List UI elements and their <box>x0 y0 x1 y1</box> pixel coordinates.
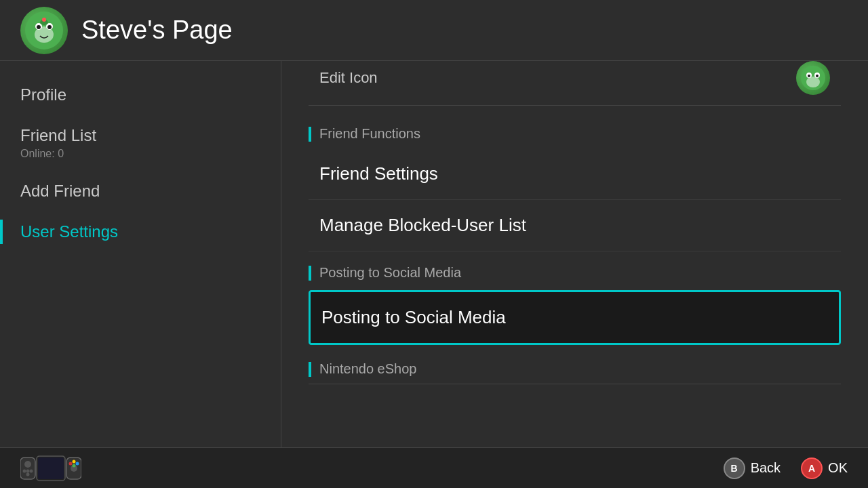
header: Steve's Page <box>0 0 868 61</box>
sidebar-item-user-settings[interactable]: User Settings <box>0 211 281 252</box>
svg-rect-21 <box>38 458 64 479</box>
sidebar-sub-label: Online: 0 <box>20 148 260 160</box>
edit-icon-label: Edit Icon <box>319 69 378 87</box>
page-title: Steve's Page <box>81 16 233 45</box>
sidebar-item-add-friend[interactable]: Add Friend <box>0 171 281 211</box>
sidebar-label: Add Friend <box>20 182 260 201</box>
ok-button[interactable]: A OK <box>801 458 848 479</box>
svg-point-4 <box>37 25 41 29</box>
sidebar-item-profile[interactable]: Profile <box>0 75 281 115</box>
svg-point-18 <box>30 469 33 472</box>
svg-point-24 <box>69 462 73 465</box>
svg-point-26 <box>76 462 79 465</box>
b-button-icon: B <box>724 458 745 479</box>
svg-point-19 <box>26 472 30 476</box>
svg-point-7 <box>42 18 46 22</box>
svg-point-12 <box>808 75 810 77</box>
sidebar-label: User Settings <box>20 222 260 241</box>
menu-item-manage-blocked[interactable]: Manage Blocked-User List <box>309 200 841 251</box>
avatar <box>20 7 68 54</box>
svg-point-16 <box>23 469 26 472</box>
back-button[interactable]: B Back <box>724 458 781 479</box>
svg-point-13 <box>816 75 818 77</box>
section-header-friend-functions: Friend Functions <box>309 113 841 148</box>
sidebar-label: Friend List <box>20 126 260 145</box>
menu-item-posting-social-media[interactable]: Posting to Social Media <box>309 290 841 345</box>
svg-point-5 <box>47 25 52 29</box>
svg-point-25 <box>73 460 76 463</box>
section-header-nintendo-eshop: Nintendo eShop <box>309 348 841 384</box>
content-area: Edit Icon Friend FunctionsFriend Setting… <box>281 61 868 447</box>
sidebar: ProfileFriend ListOnline: 0Add FriendUse… <box>0 61 281 447</box>
footer: B Back A OK <box>0 447 868 488</box>
svg-point-27 <box>73 464 76 467</box>
section-divider <box>309 384 841 384</box>
svg-point-17 <box>26 469 30 472</box>
ok-label: OK <box>828 460 848 476</box>
edit-icon-row[interactable]: Edit Icon <box>309 61 841 106</box>
switch-controller-icon <box>20 455 81 482</box>
back-label: Back <box>751 460 781 476</box>
menu-item-friend-settings[interactable]: Friend Settings <box>309 148 841 200</box>
svg-point-9 <box>806 77 820 87</box>
main-layout: ProfileFriend ListOnline: 0Add FriendUse… <box>0 61 868 447</box>
section-header-posting-social: Posting to Social Media <box>309 251 841 287</box>
footer-buttons: B Back A OK <box>724 458 848 479</box>
sidebar-label: Profile <box>20 85 260 104</box>
svg-point-15 <box>24 461 31 468</box>
sidebar-item-friend-list[interactable]: Friend ListOnline: 0 <box>0 115 281 171</box>
edit-icon-thumbnail <box>796 61 830 95</box>
a-button-icon: A <box>801 458 823 479</box>
